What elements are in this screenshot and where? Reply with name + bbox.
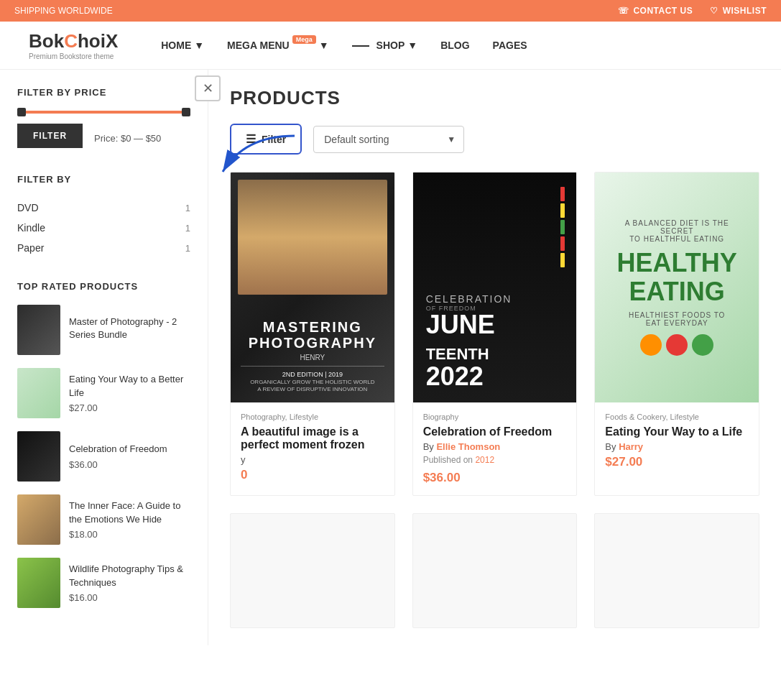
sort-wrapper: Default sorting Sort by popularity Sort … bbox=[313, 126, 464, 153]
product-body-mastering: Photography, Lifestyle A beautiful image… bbox=[231, 402, 394, 492]
nav-blog-label: BLOG bbox=[440, 40, 469, 51]
filter-kindle-count: 1 bbox=[185, 223, 190, 234]
shipping-text: SHIPPING WORLDWIDE bbox=[14, 6, 113, 16]
rated-product-1[interactable]: Master of Photography - 2 Series Bundle bbox=[17, 305, 190, 355]
filter-button[interactable]: FILTER bbox=[17, 124, 83, 148]
price-handle-left[interactable] bbox=[17, 108, 26, 116]
filter-dvd-label: DVD bbox=[17, 202, 39, 213]
rated-product-5-price: $16.00 bbox=[69, 592, 190, 603]
contact-us-btn[interactable]: ☏ CONTACT US bbox=[618, 6, 693, 16]
product-placeholder-1 bbox=[230, 513, 395, 628]
filter-category-paper[interactable]: Paper 1 bbox=[17, 238, 190, 258]
rated-product-3-info: Celebration of Freedom $36.00 bbox=[69, 443, 167, 469]
rated-product-3[interactable]: Celebration of Freedom $36.00 bbox=[17, 431, 190, 482]
product-published-celebration: Published on 2012 bbox=[423, 455, 567, 465]
nav-home[interactable]: HOME ▼ bbox=[161, 40, 204, 51]
product-categories-mastering: Photography, Lifestyle bbox=[241, 413, 384, 421]
logo-ok: ok bbox=[42, 30, 64, 52]
product-price-eating: $27.00 bbox=[605, 455, 749, 469]
rated-product-2-price: $27.00 bbox=[69, 402, 190, 413]
filter-kindle-label: Kindle bbox=[17, 222, 45, 234]
filter-bar: ☰ Filter Default sorting Sort by popular… bbox=[230, 124, 759, 155]
wishlist-btn[interactable]: ♡ WISHLIST bbox=[710, 6, 767, 16]
rated-product-5[interactable]: Wildlife Photography Tips & Techniques $… bbox=[17, 558, 190, 608]
product-categories-celebration: Biography bbox=[423, 413, 567, 421]
product-author-mastering: y bbox=[241, 454, 384, 465]
product-price-celebration: $36.00 bbox=[423, 471, 567, 485]
filter-price-title: FILTER BY PRICE bbox=[17, 87, 190, 98]
product-card-mastering[interactable]: MASTERINGPHOTOGRAPHY HENRY 2ND EDITION |… bbox=[230, 172, 395, 496]
main-layout: ✕ FILTER BY PRICE FILTER Price: $0 — $50… bbox=[0, 70, 781, 645]
product-placeholder-2 bbox=[412, 513, 578, 628]
product-card-eating[interactable]: A BALANCED DIET IS THE SECRETTO HEALTHFU… bbox=[594, 172, 759, 496]
filter-paper-label: Paper bbox=[17, 242, 44, 254]
product-title-mastering: A beautiful image is a perfect moment fr… bbox=[241, 425, 384, 451]
contact-us-label: CONTACT US bbox=[633, 6, 693, 16]
product-image-celebration: CELEBRATION OF FREEDOM JUNETEENTH2022 bbox=[413, 172, 577, 402]
filter-price-section: FILTER BY PRICE FILTER Price: $0 — $50 bbox=[17, 87, 190, 154]
product-categories-eating: Foods & Cookery, Lifestyle bbox=[605, 413, 749, 421]
rated-product-4-title: The Inner Face: A Guide to the Emotions … bbox=[69, 499, 190, 525]
sidebar: ✕ FILTER BY PRICE FILTER Price: $0 — $50… bbox=[0, 70, 208, 645]
products-grid: MASTERINGPHOTOGRAPHY HENRY 2ND EDITION |… bbox=[230, 172, 759, 496]
close-icon: ✕ bbox=[203, 80, 213, 96]
author-name-celebration: Ellie Thomson bbox=[436, 441, 500, 452]
price-slider-fill bbox=[17, 111, 190, 114]
nav-mega-menu-label: MEGA MENU bbox=[227, 40, 290, 51]
home-chevron-icon: ▼ bbox=[194, 40, 204, 51]
rated-product-2-title: Eating Your Way to a Better Life bbox=[69, 373, 190, 399]
product-card-celebration[interactable]: CELEBRATION OF FREEDOM JUNETEENTH2022 Bi… bbox=[412, 172, 578, 496]
product-image-eating: A BALANCED DIET IS THE SECRETTO HEALTHFU… bbox=[595, 172, 759, 402]
rated-product-1-title: Master of Photography - 2 Series Bundle bbox=[69, 316, 190, 341]
rated-product-4-info: The Inner Face: A Guide to the Emotions … bbox=[69, 499, 190, 539]
wishlist-label: WISHLIST bbox=[723, 6, 767, 16]
rated-product-4-price: $18.00 bbox=[69, 529, 190, 540]
rated-product-2[interactable]: Eating Your Way to a Better Life $27.00 bbox=[17, 368, 190, 418]
nav-shop-label: SHOP bbox=[376, 40, 405, 51]
nav-separator bbox=[352, 40, 374, 51]
close-sidebar-button[interactable]: ✕ bbox=[195, 75, 221, 101]
nav-home-label: HOME bbox=[161, 40, 191, 51]
published-year-celebration: 2012 bbox=[475, 455, 494, 465]
filter-category-dvd[interactable]: DVD 1 bbox=[17, 198, 190, 218]
nav-mega-menu[interactable]: MEGA MENU Mega ▼ bbox=[227, 40, 328, 51]
filter-by-section: FILTER BY DVD 1 Kindle 1 Paper 1 bbox=[17, 174, 190, 258]
top-rated-title: TOP RATED PRODUCTS bbox=[17, 281, 190, 292]
top-rated-section: TOP RATED PRODUCTS Master of Photography… bbox=[17, 281, 190, 608]
page-title: PRODUCTS bbox=[230, 87, 759, 109]
top-bar: SHIPPING WORLDWIDE ☏ CONTACT US ♡ WISHLI… bbox=[0, 0, 781, 22]
rated-product-5-info: Wildlife Photography Tips & Techniques $… bbox=[69, 563, 190, 602]
filter-category-kindle[interactable]: Kindle 1 bbox=[17, 218, 190, 238]
rated-product-3-price: $36.00 bbox=[69, 459, 167, 470]
products-row2 bbox=[230, 513, 759, 628]
filter-paper-count: 1 bbox=[185, 243, 190, 254]
sort-select[interactable]: Default sorting Sort by popularity Sort … bbox=[313, 126, 464, 153]
content-area: PRODUCTS ☰ Filter Default sorting Sort b… bbox=[208, 70, 781, 645]
product-placeholder-3 bbox=[594, 513, 759, 628]
logo[interactable]: BokChoiX Premium Bookstore theme bbox=[29, 30, 118, 60]
rated-product-5-title: Wildlife Photography Tips & Techniques bbox=[69, 563, 190, 589]
logo-hoix: hoiX bbox=[78, 30, 118, 52]
product-price-mastering: 0 bbox=[241, 468, 384, 482]
filter-dvd-count: 1 bbox=[185, 203, 190, 213]
price-range-text: Price: $0 — $50 bbox=[94, 127, 161, 149]
logo-subtitle: Premium Bookstore theme bbox=[29, 52, 118, 60]
heart-icon: ♡ bbox=[710, 6, 718, 16]
product-body-celebration: Biography Celebration of Freedom By Elli… bbox=[413, 402, 577, 495]
mega-chevron-icon: ▼ bbox=[319, 40, 329, 51]
price-slider-track bbox=[17, 111, 190, 114]
logo-b: B bbox=[29, 30, 42, 52]
main-nav: HOME ▼ MEGA MENU Mega ▼ SHOP ▼ BLOG PAGE… bbox=[161, 40, 527, 51]
logo-c: C bbox=[64, 30, 78, 52]
nav-pages[interactable]: PAGES bbox=[493, 40, 527, 51]
shop-chevron-icon: ▼ bbox=[407, 40, 417, 51]
rated-product-1-info: Master of Photography - 2 Series Bundle bbox=[69, 316, 190, 344]
nav-blog[interactable]: BLOG bbox=[440, 40, 469, 51]
phone-icon: ☏ bbox=[618, 6, 629, 16]
nav-shop[interactable]: SHOP ▼ bbox=[352, 40, 418, 51]
mega-badge: Mega bbox=[292, 35, 316, 44]
price-handle-right[interactable] bbox=[182, 108, 190, 116]
rated-product-1-img bbox=[17, 305, 60, 355]
product-author-celebration: By Ellie Thomson bbox=[423, 441, 567, 452]
rated-product-4[interactable]: The Inner Face: A Guide to the Emotions … bbox=[17, 494, 190, 545]
